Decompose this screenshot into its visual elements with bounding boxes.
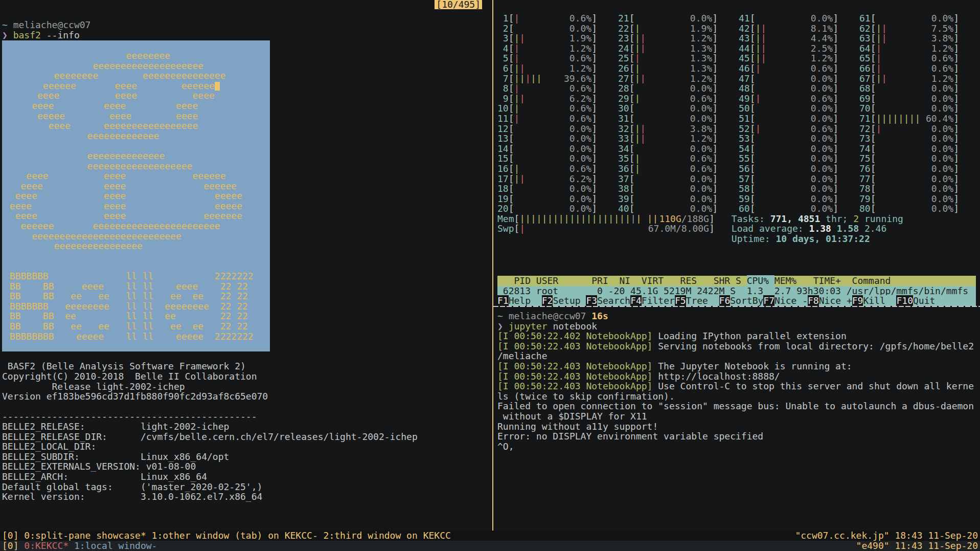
cpu-meter: 14 [0.0%]	[497, 144, 618, 154]
process-table-header[interactable]: PID USER PRI NI VIRT RES SHR S CPU% MEM%…	[497, 276, 976, 286]
logo-art-line: eeee eeee eeeeee	[2, 181, 270, 191]
logo-art-line: eeeeeeeeeeeeeeeeeeee	[2, 61, 270, 71]
command-name: basf2	[13, 30, 41, 40]
cpu-meter: 18 [0.0%]	[497, 184, 618, 194]
fkey-item[interactable]: F1Help	[497, 296, 542, 306]
fkey-item[interactable]: F3Search	[586, 296, 630, 306]
cpu-meter: 35 [|0.6%]	[618, 153, 739, 164]
fkey-item[interactable]: F5Tree	[675, 296, 719, 306]
cpu-meter: 45 [||1.2%]	[739, 53, 859, 63]
fkey-item[interactable]: F9Kill	[852, 296, 897, 306]
cpu-meter: 49 [|0.6%]	[739, 94, 859, 104]
tmux-status-bar-outer: [0] 0:split-pane showcase* 1:other windo…	[0, 531, 980, 541]
logo-art-line: eeee eeee eeeeee	[2, 171, 270, 181]
log-line: [I 00:50:22.402 NotebookApp] Loading IPy…	[497, 331, 980, 341]
command-duration: 16s	[591, 311, 608, 321]
cpu-meter: 36 [|0.6%]	[618, 164, 739, 174]
logo-art-line: eeeeeeeeeeeeee	[2, 151, 270, 161]
jupyter-shell-pane[interactable]: ~ meliache@ccw07 16s ❯ jupyter notebook …	[493, 307, 980, 531]
cpu-meter: 59 [0.0%]	[739, 194, 859, 204]
fkey-item[interactable]: F4Filter	[630, 296, 675, 306]
cpu-meter: 51 [0.0%]	[739, 114, 859, 124]
cpu-meter: 37 [0.0%]	[618, 174, 739, 184]
fkey-item[interactable]: F6SortBy	[719, 296, 764, 306]
meters-and-tasks: Mem[|||||||||||||||||||||| ||110G/188G] …	[497, 214, 980, 244]
cpu-meter: 53 [0.0%]	[739, 134, 859, 144]
logo-art-line: eeee eeee eeee	[2, 91, 270, 101]
tmux-window-item[interactable]: 0:KEKCC*	[24, 540, 74, 551]
cpu-meter: 50 [0.0%]	[739, 103, 859, 114]
fkey-item[interactable]: F2Setup	[542, 296, 586, 306]
cpu-meter: 38 [0.0%]	[618, 184, 739, 194]
log-line: Failed to open connection to "session" m…	[497, 401, 980, 411]
cpu-meter: 27 [||1.2%]	[618, 74, 739, 84]
tmux-window-item[interactable]: 1:local window-	[74, 540, 157, 551]
prompt-user-host: meliache@ccw07	[8, 19, 91, 30]
swap-usage: 67.0M/8.00G	[648, 224, 709, 234]
prompt-arrow-icon: ❯	[2, 30, 13, 40]
basf2-info-line: Version ef183be596cd37d1fb880f90fc2d93af…	[2, 391, 492, 402]
cpu-meter: 8 [|0.6%]	[497, 83, 618, 94]
sort-column-cpu[interactable]: CPU%	[747, 275, 774, 286]
cpu-meter: 4 [|1.2%]	[497, 43, 618, 54]
cpu-meter: 77 [0.0%]	[859, 174, 980, 184]
basf2-info-line: BASF2 (Belle Analysis Software Framework…	[2, 361, 492, 371]
command-args: notebook	[548, 321, 598, 332]
cpu-meter: 76 [0.0%]	[859, 164, 980, 174]
cpu-meter: 74 [0.0%]	[859, 144, 980, 154]
basf2-info-block: BASF2 (Belle Analysis Software Framework…	[2, 361, 492, 401]
tmux-window-item[interactable]: 2:third window on KEKCC	[324, 530, 451, 541]
cpu-meter: 57 [0.0%]	[739, 174, 859, 184]
cpu-meter: 15 [0.0%]	[497, 153, 618, 164]
process-row[interactable]: 62813 root 0 -20 45.1G 5219M 2422M S 1.3…	[497, 286, 976, 296]
log-line: Error: no DISPLAY environment variable s…	[497, 431, 980, 442]
basf2-logo-box: eeeeeeee eeeeeeeeeeeeeeeeeeee eeeeeeee e…	[2, 40, 270, 351]
command-args: --info	[41, 30, 80, 40]
terminal-cursor	[215, 82, 220, 91]
env-line: BELLE2_EXTERNALS_VERSION: v01-08-00	[2, 461, 492, 472]
tmux-window-item[interactable]: 1:other window (tab) on KEKCC-	[152, 530, 324, 541]
cpu-meter: 78 [0.0%]	[859, 184, 980, 194]
logo-art-line: eeeeeeeeeeeeeeee	[2, 241, 270, 251]
logo-art-line	[2, 141, 270, 151]
cpu-meter: 63 [||3.8%]	[859, 33, 980, 43]
logo-art-line: eeeeeeee	[2, 51, 270, 61]
basf2-info-line: Release light-2002-ichep	[2, 382, 492, 392]
cpu-meter: 17 [||6.2%]	[497, 174, 618, 184]
blank-row	[2, 0, 492, 10]
env-line: BELLE2_RELEASE: light-2002-ichep	[2, 422, 492, 432]
htop-pane[interactable]: 1 [|0.6%]21 [0.0%]41 [0.0%]61 [0.0%]2 [0…	[493, 0, 980, 306]
fkey-item[interactable]: F8Nice +	[808, 296, 852, 306]
cpu-meter: 67 [||1.2%]	[859, 74, 980, 84]
htop-function-key-bar: F1Help F2Setup F3SearchF4FilterF5Tree F6…	[497, 296, 976, 306]
cpu-meter: 5 [|0.6%]	[497, 53, 618, 63]
logo-art-line: BB BB eeee ll ll eeee 22 22	[2, 281, 270, 292]
cpu-meter: 64 [|1.2%]	[859, 43, 980, 54]
logo-art-line: BBBBBBBB eeeee ll ll eeeee 2222222	[2, 332, 270, 342]
status-right-host-time: "ccw07.cc.kek.jp" 18:43 11-Sep-20	[795, 531, 978, 541]
fkey-item[interactable]: F7Nice -	[763, 296, 808, 306]
cpu-meter: 56 [0.0%]	[739, 164, 859, 174]
left-terminal-pane[interactable]: [10/495] ~ meliache@ccw07 ❯ basf2 --info…	[0, 0, 492, 531]
prompt-cwd: ~	[2, 19, 8, 30]
fkey-item[interactable]: F10Quit	[896, 296, 935, 306]
cpu-meter: 26 [|1.3%]	[618, 63, 739, 74]
command-line: ❯ basf2 --info	[2, 30, 492, 40]
logo-art-line: eeee eeeeeeeeeeeeeeeee	[2, 121, 270, 131]
logo-art-line: BB BB ee ee ll ll ee ee 22 22	[2, 291, 270, 301]
cpu-meter: 3 [||1.9%]	[497, 33, 618, 43]
cpu-meter: 61 [0.0%]	[859, 13, 980, 24]
cpu-meter: 47 [0.0%]	[739, 74, 859, 84]
session-index: [0]	[2, 531, 24, 541]
tasks-line: Tasks: 771, 4851 thr; 2 running	[732, 214, 903, 224]
cpu-meter: 10 [|0.6%]	[497, 103, 618, 114]
tmux-window-item[interactable]: 0:split-pane showcase*	[24, 530, 151, 541]
log-line: Running without a11y support!	[497, 422, 980, 432]
mem-label: Mem	[497, 214, 514, 224]
logo-art-line: eeee eeee eeee	[2, 101, 270, 111]
command-line: ❯ jupyter notebook	[497, 321, 980, 332]
prompt-user-host: meliache@ccw07	[503, 311, 591, 321]
load-average-line: Load average: 1.38 1.58 2.46	[732, 224, 903, 234]
log-line: /meliache	[497, 351, 980, 361]
cpu-meter: 12 [0.0%]	[497, 124, 618, 134]
